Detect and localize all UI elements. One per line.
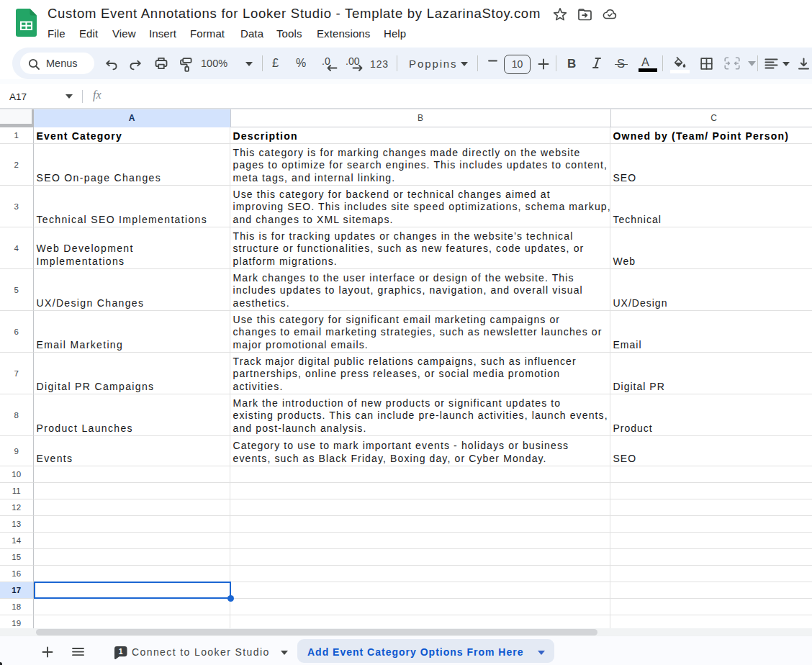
svg-text:1: 1 [119,647,123,656]
